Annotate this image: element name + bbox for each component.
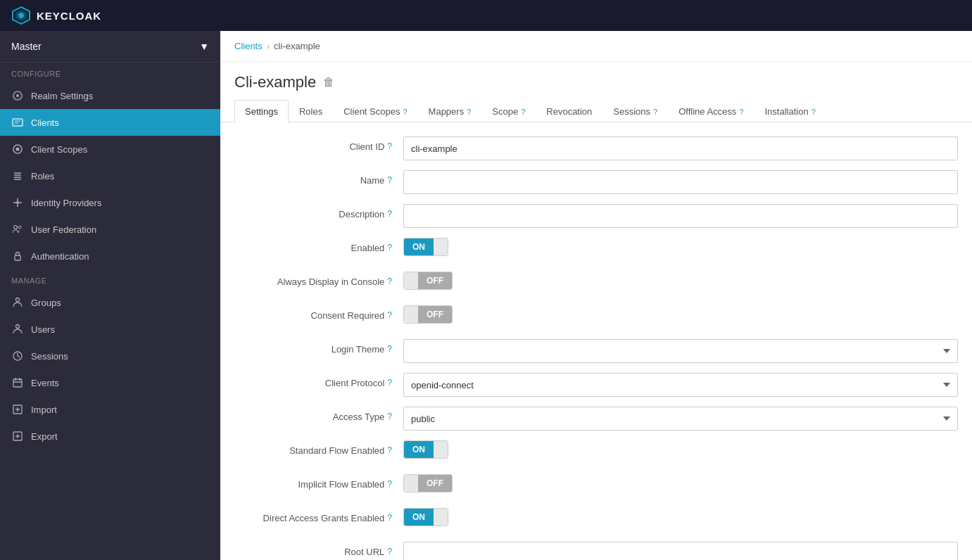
- access-type-select[interactable]: public confidential bearer-only: [403, 407, 958, 431]
- implicit-flow-toggle[interactable]: OFF: [403, 474, 453, 492]
- tab-revocation[interactable]: Revocation: [536, 100, 602, 122]
- realm-selector[interactable]: Master ▼: [0, 31, 220, 63]
- svg-point-3: [16, 94, 19, 97]
- access-type-help-icon[interactable]: ?: [387, 412, 392, 421]
- manage-section-label: Manage: [0, 269, 220, 289]
- tab-offline-access[interactable]: Offline Access ?: [668, 100, 754, 122]
- sidebar-item-users[interactable]: Users: [0, 316, 220, 343]
- direct-access-toggle-on[interactable]: ON: [404, 509, 434, 526]
- svg-point-12: [16, 325, 20, 329]
- logo-text: KEYCLOAK: [37, 10, 101, 22]
- import-icon: [11, 403, 24, 416]
- tab-sessions[interactable]: Sessions ?: [602, 100, 668, 122]
- description-control: [403, 204, 958, 228]
- consent-required-toggle[interactable]: OFF: [403, 305, 453, 324]
- standard-flow-toggle[interactable]: ON: [403, 440, 448, 459]
- always-display-help-icon[interactable]: ?: [387, 276, 392, 286]
- direct-access-toggle[interactable]: ON: [403, 508, 448, 526]
- export-icon: [11, 430, 24, 443]
- breadcrumb-separator: ›: [267, 41, 270, 51]
- enabled-toggle-on[interactable]: ON: [404, 238, 434, 255]
- sidebar-item-client-scopes[interactable]: Client Scopes: [0, 136, 220, 163]
- clients-icon: [11, 116, 24, 129]
- sidebar-item-groups[interactable]: Groups: [0, 289, 220, 316]
- name-help-icon[interactable]: ?: [387, 175, 392, 185]
- sidebar-item-sessions[interactable]: Sessions: [0, 343, 220, 369]
- sidebar-item-export[interactable]: Export: [0, 423, 220, 450]
- client-id-input[interactable]: [403, 136, 958, 160]
- installation-help-icon: ?: [812, 108, 816, 116]
- user-federation-icon: [11, 223, 24, 236]
- implicit-flow-toggle-on[interactable]: [404, 475, 418, 492]
- always-display-toggle-on[interactable]: [404, 272, 418, 289]
- users-icon: [11, 323, 24, 336]
- description-row: Description ?: [220, 204, 958, 228]
- users-label: Users: [31, 324, 55, 335]
- implicit-flow-help-icon[interactable]: ?: [387, 479, 392, 489]
- sidebar-item-identity-providers[interactable]: Identity Providers: [0, 189, 220, 216]
- sidebar-item-user-federation[interactable]: User Federation: [0, 216, 220, 243]
- name-input[interactable]: [403, 170, 958, 194]
- client-protocol-select[interactable]: openid-connect saml: [403, 373, 958, 397]
- consent-required-row: Consent Required ? OFF: [220, 305, 958, 329]
- name-control: [403, 170, 958, 194]
- tab-client-scopes[interactable]: Client Scopes ?: [333, 100, 417, 122]
- description-help-icon[interactable]: ?: [387, 209, 392, 219]
- svg-rect-10: [15, 255, 20, 260]
- tab-client-scopes-label: Client Scopes: [343, 106, 400, 117]
- login-theme-select[interactable]: [403, 339, 958, 363]
- tab-settings[interactable]: Settings: [234, 100, 289, 122]
- realm-settings-icon: [11, 89, 24, 102]
- delete-client-button[interactable]: 🗑: [323, 76, 334, 89]
- always-display-toggle[interactable]: OFF: [403, 272, 453, 290]
- tab-installation[interactable]: Installation ?: [754, 100, 826, 122]
- implicit-flow-toggle-off[interactable]: OFF: [418, 475, 452, 492]
- name-label: Name ?: [220, 170, 403, 186]
- svg-rect-4: [13, 119, 23, 126]
- tab-scope[interactable]: Scope ?: [481, 100, 536, 122]
- tab-roles-label: Roles: [299, 106, 322, 117]
- sidebar-item-authentication[interactable]: Authentication: [0, 243, 220, 269]
- sidebar-item-clients[interactable]: Clients: [0, 109, 220, 136]
- standard-flow-help-icon[interactable]: ?: [387, 445, 392, 455]
- always-display-control: OFF: [403, 272, 958, 291]
- tab-roles[interactable]: Roles: [289, 100, 333, 122]
- client-id-control: [403, 136, 958, 160]
- standard-flow-row: Standard Flow Enabled ? ON: [220, 440, 958, 464]
- svg-point-11: [16, 298, 20, 302]
- page-title: Cli-example: [234, 73, 316, 91]
- page-header: Cli-example 🗑: [220, 62, 972, 91]
- scope-help-icon: ?: [521, 108, 525, 116]
- consent-required-toggle-on[interactable]: [404, 306, 418, 323]
- login-theme-label: Login Theme ?: [220, 339, 403, 355]
- enabled-help-icon[interactable]: ?: [387, 243, 392, 253]
- direct-access-toggle-off[interactable]: [434, 509, 448, 526]
- standard-flow-toggle-on[interactable]: ON: [404, 441, 434, 458]
- client-id-help-icon[interactable]: ?: [387, 141, 392, 151]
- tab-scope-label: Scope: [492, 106, 518, 117]
- description-input[interactable]: [403, 204, 958, 228]
- tab-sessions-label: Sessions: [613, 106, 650, 117]
- root-url-input[interactable]: [403, 542, 958, 560]
- main-content: Clients › cli-example Cli-example 🗑 Sett…: [220, 31, 972, 560]
- consent-required-toggle-off[interactable]: OFF: [418, 306, 452, 323]
- sidebar-item-events[interactable]: Events: [0, 369, 220, 396]
- root-url-help-icon[interactable]: ?: [387, 547, 392, 556]
- standard-flow-toggle-off[interactable]: [434, 441, 448, 458]
- breadcrumb-clients-link[interactable]: Clients: [234, 41, 263, 51]
- consent-required-help-icon[interactable]: ?: [387, 310, 392, 320]
- enabled-toggle-off[interactable]: [434, 238, 448, 255]
- login-theme-help-icon[interactable]: ?: [387, 344, 392, 354]
- tab-mappers[interactable]: Mappers ?: [418, 100, 482, 122]
- client-protocol-help-icon[interactable]: ?: [387, 378, 392, 388]
- sidebar-item-roles[interactable]: Roles: [0, 163, 220, 189]
- direct-access-help-icon[interactable]: ?: [387, 513, 392, 523]
- enabled-row: Enabled ? ON: [220, 238, 958, 262]
- always-display-toggle-off[interactable]: OFF: [418, 272, 452, 289]
- mappers-help-icon: ?: [467, 108, 471, 116]
- sidebar-item-import[interactable]: Import: [0, 396, 220, 423]
- events-label: Events: [31, 378, 59, 388]
- sidebar-item-realm-settings[interactable]: Realm Settings: [0, 82, 220, 109]
- sessions-icon: [11, 350, 24, 362]
- enabled-toggle[interactable]: ON: [403, 238, 448, 256]
